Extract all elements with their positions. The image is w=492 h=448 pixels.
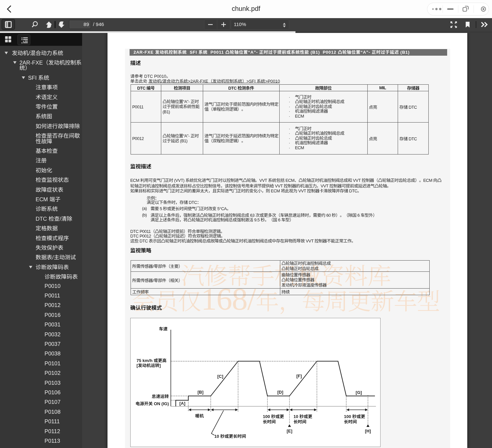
svg-text:[E]: [E] — [287, 429, 292, 434]
svg-text:怠速运转: 怠速运转 — [152, 394, 169, 399]
svg-text:100 秒或更: 100 秒或更 — [263, 414, 284, 419]
svg-text:电源开关 ON (IG): 电源开关 ON (IG) — [136, 401, 169, 406]
svg-text:长时间: 长时间 — [263, 419, 276, 424]
svg-text:[A]: [A] — [179, 401, 185, 406]
svg-text:[H]: [H] — [365, 429, 371, 434]
svg-text:[C]: [C] — [217, 374, 223, 379]
svg-text:长时间: 长时间 — [344, 419, 357, 424]
svg-text:100 秒或更: 100 秒或更 — [344, 414, 365, 419]
svg-text:[F]: [F] — [296, 374, 302, 378]
svg-text:[发动机运转]: [发动机运转] — [137, 363, 161, 368]
svg-text:[G]: [G] — [356, 390, 362, 395]
svg-text:[D]: [D] — [277, 390, 283, 395]
svg-text:10 秒或更长时间: 10 秒或更长时间 — [214, 434, 246, 439]
svg-text:[B]: [B] — [198, 390, 203, 395]
svg-text:75 km/h 或更高: 75 km/h 或更高 — [137, 358, 167, 363]
svg-text:暖机: 暖机 — [195, 413, 204, 418]
svg-text:10 秒或更: 10 秒或更 — [293, 414, 312, 419]
svg-text:车速: 车速 — [159, 326, 168, 331]
svg-text:长时间: 长时间 — [293, 419, 306, 424]
